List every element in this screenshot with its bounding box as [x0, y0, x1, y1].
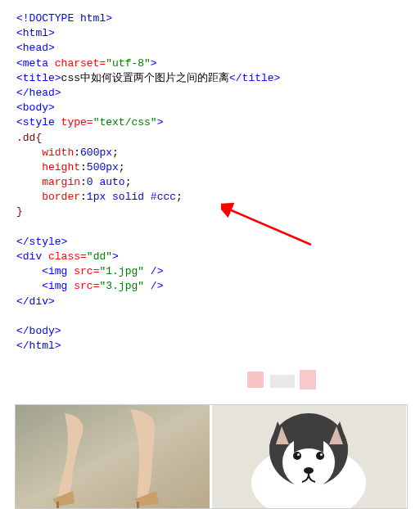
- code-token: class=: [42, 250, 87, 263]
- code-token: "3.jpg": [99, 280, 144, 292]
- svg-rect-3: [16, 405, 210, 508]
- code-token: ;: [119, 161, 125, 173]
- code-token: </div>: [16, 295, 55, 308]
- code-token: <body>: [16, 101, 55, 114]
- code-editor: <!DOCTYPE html> <html> <head> <meta char…: [0, 0, 420, 363]
- code-token: </style>: [16, 236, 67, 248]
- code-token: {: [35, 132, 42, 144]
- code-token: </body>: [16, 325, 61, 337]
- code-token: margin: [42, 176, 80, 188]
- code-token: <html>: [16, 27, 55, 39]
- code-token: <meta: [16, 57, 48, 70]
- preview-image-1: [16, 405, 210, 508]
- code-token: >: [157, 116, 164, 128]
- code-token: }: [16, 205, 23, 218]
- code-token: </html>: [16, 340, 61, 352]
- code-token: <style: [16, 116, 55, 128]
- code-token: type=: [55, 116, 93, 128]
- code-token: </head>: [16, 87, 61, 99]
- code-token: 0 auto: [87, 176, 125, 188]
- code-token: <img: [42, 280, 67, 292]
- code-token: >: [112, 250, 119, 263]
- svg-rect-4: [56, 502, 59, 508]
- code-token: src=: [67, 280, 99, 292]
- code-token: css中如何设置两个图片之间的距离: [61, 72, 229, 84]
- svg-rect-5: [137, 502, 139, 508]
- code-token: />: [144, 265, 163, 277]
- code-token: ;: [112, 146, 119, 159]
- svg-point-14: [304, 467, 314, 474]
- code-token: charset=: [48, 57, 106, 70]
- code-token: src=: [67, 265, 99, 277]
- arrow-annotation: [221, 202, 319, 251]
- svg-point-12: [297, 453, 300, 456]
- code-token: />: [144, 280, 163, 292]
- preview-gallery: php 中文网: [15, 404, 406, 509]
- svg-point-11: [316, 452, 324, 460]
- code-token: "dd": [87, 250, 112, 263]
- pixel-block: [270, 375, 295, 388]
- code-token: width: [42, 146, 74, 159]
- svg-point-13: [320, 453, 323, 456]
- code-token: >: [151, 57, 157, 70]
- svg-point-10: [293, 452, 301, 460]
- code-token: <title>: [16, 72, 61, 84]
- pixel-block: [247, 372, 264, 388]
- svg-line-1: [228, 209, 311, 245]
- code-token: height: [42, 161, 80, 173]
- code-token: <!DOCTYPE html>: [16, 12, 112, 25]
- code-token: :: [80, 191, 87, 203]
- code-token: 600px: [80, 146, 112, 159]
- code-token: .dd: [16, 132, 35, 144]
- code-token: :: [80, 176, 87, 188]
- code-token: border: [42, 191, 80, 203]
- code-token: <img: [42, 265, 67, 277]
- preview-image-2: [212, 405, 406, 508]
- code-token: ;: [176, 191, 183, 203]
- code-token: ;: [125, 176, 132, 188]
- code-token: "utf-8": [106, 57, 151, 70]
- code-token: "text/css": [93, 116, 157, 128]
- code-token: <div: [16, 250, 42, 263]
- pixel-block: [300, 370, 316, 390]
- code-token: 1px solid #ccc: [87, 191, 176, 203]
- code-token: :: [74, 146, 80, 159]
- code-token: </title>: [229, 72, 280, 84]
- pixelated-artifact: [237, 370, 420, 396]
- code-token: <head>: [16, 42, 55, 54]
- code-token: :: [80, 161, 87, 173]
- code-token: 500px: [87, 161, 119, 173]
- code-token: "1.jpg": [99, 265, 144, 277]
